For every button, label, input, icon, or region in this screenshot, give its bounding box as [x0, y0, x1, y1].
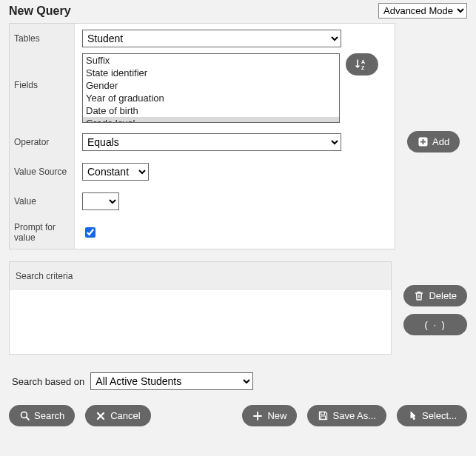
cancel-button[interactable]: Cancel: [85, 405, 150, 426]
save-icon: [318, 411, 328, 421]
pointer-icon: [407, 411, 418, 421]
close-icon: [95, 411, 106, 421]
search-icon: [19, 411, 30, 421]
new-button[interactable]: New: [242, 405, 297, 426]
save-as-button-label: Save As...: [332, 410, 376, 421]
parentheses-button[interactable]: ( · ): [403, 314, 467, 335]
value-source-select[interactable]: Constant: [82, 163, 149, 181]
list-item[interactable]: Grade level: [83, 117, 339, 123]
parentheses-button-label: ( · ): [424, 319, 446, 330]
value-select[interactable]: [82, 192, 119, 210]
page-title: New Query: [9, 4, 71, 18]
prompt-for-value-checkbox[interactable]: [85, 227, 95, 238]
sort-az-icon: A Z: [355, 58, 369, 70]
add-button-label: Add: [432, 136, 449, 147]
cancel-button-label: Cancel: [110, 410, 140, 421]
plus-square-icon: [418, 137, 428, 147]
operator-select[interactable]: Equals: [82, 133, 341, 151]
svg-rect-5: [321, 416, 325, 420]
search-criteria-body[interactable]: [10, 290, 391, 354]
list-item[interactable]: Year of graduation: [83, 92, 339, 104]
select-button[interactable]: Select...: [397, 405, 467, 426]
value-label: Value: [10, 187, 75, 216]
delete-button-label: Delete: [429, 290, 457, 301]
svg-text:A: A: [361, 59, 365, 64]
add-button[interactable]: Add: [407, 131, 460, 152]
new-button-label: New: [267, 410, 286, 421]
list-item[interactable]: Gender: [83, 79, 339, 92]
list-item[interactable]: State identifier: [83, 67, 339, 79]
fields-label: Fields: [10, 53, 75, 127]
prompt-for-value-label: Prompt for value: [10, 216, 75, 249]
operator-label: Operator: [10, 127, 75, 157]
svg-text:Z: Z: [361, 65, 365, 70]
search-button-label: Search: [34, 410, 64, 421]
search-criteria-header: Search criteria: [10, 262, 391, 290]
trash-icon: [414, 291, 424, 301]
save-as-button[interactable]: Save As...: [307, 405, 386, 426]
mode-select[interactable]: Advanced Mode: [378, 3, 467, 19]
search-button[interactable]: Search: [9, 405, 75, 426]
tables-label: Tables: [10, 24, 75, 53]
plus-icon: [252, 411, 263, 421]
search-based-on-select[interactable]: All Active Students: [90, 372, 253, 390]
delete-button[interactable]: Delete: [403, 285, 467, 306]
tables-select[interactable]: Student: [82, 30, 341, 47]
sort-az-button[interactable]: A Z: [346, 53, 378, 76]
query-form-panel: Tables Student Fields Local identifier S…: [9, 23, 395, 249]
list-item[interactable]: Suffix: [83, 54, 339, 67]
search-based-on-label: Search based on: [12, 376, 84, 387]
value-source-label: Value Source: [10, 157, 75, 187]
search-criteria-panel: Search criteria: [9, 261, 392, 355]
list-item[interactable]: Date of birth: [83, 104, 339, 117]
fields-listbox[interactable]: Local identifier Suffix State identifier…: [82, 53, 340, 123]
select-button-label: Select...: [422, 410, 457, 421]
